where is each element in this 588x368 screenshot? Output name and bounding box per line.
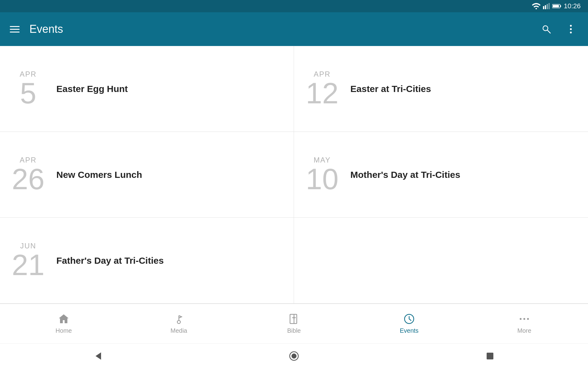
more-vertical-button[interactable] [564,22,578,36]
media-icon [173,313,185,325]
bottom-nav: Home Media Bible Events [0,304,588,343]
recents-button[interactable] [481,347,499,365]
svg-point-20 [523,318,525,320]
event-date: APR 5 [10,70,47,108]
event-item[interactable]: JUN 21 Father's Day at Tri-Cities [0,218,294,304]
svg-marker-22 [96,352,101,360]
nav-label-events: Events [400,327,418,334]
status-icons: 10:26 [532,2,581,10]
event-title: Easter at Tri-Cities [350,84,431,94]
svg-rect-2 [547,4,548,9]
svg-point-21 [527,318,529,320]
event-date: APR 12 [304,70,341,108]
event-date: APR 26 [10,156,47,194]
events-icon [403,313,415,325]
svg-rect-14 [290,314,297,324]
event-item[interactable]: MAY 10 Mother's Day at Tri-Cities [294,132,588,218]
nav-item-home[interactable]: Home [6,313,121,334]
back-button[interactable] [89,347,107,365]
event-item[interactable]: APR 5 Easter Egg Hunt [0,46,294,132]
svg-line-8 [547,30,550,33]
home-icon [58,313,70,325]
event-title: Easter Egg Hunt [56,84,128,94]
nav-item-more[interactable]: More [467,313,582,334]
app-bar: Events [0,12,588,46]
event-title: New Comers Lunch [56,170,142,180]
event-title: Mother's Day at Tri-Cities [350,170,460,180]
nav-item-media[interactable]: Media [121,313,236,334]
menu-icon[interactable] [10,26,20,33]
svg-point-19 [520,318,522,320]
svg-rect-25 [487,353,493,359]
nav-item-events[interactable]: Events [352,313,467,334]
event-title: Father's Day at Tri-Cities [56,255,164,266]
system-nav [0,343,588,368]
svg-point-24 [292,354,296,358]
status-bar: 10:26 [0,0,588,12]
home-button[interactable] [285,347,303,365]
nav-label-more: More [517,327,531,334]
signal-icon [543,3,550,9]
search-button[interactable] [539,22,554,36]
event-day: 10 [306,164,339,194]
svg-rect-5 [560,5,561,7]
event-empty-cell [294,218,588,304]
event-day: 21 [12,250,45,280]
svg-point-11 [570,32,572,33]
nav-item-bible[interactable]: Bible [236,313,352,334]
svg-point-10 [570,28,572,30]
event-item[interactable]: APR 26 New Comers Lunch [0,132,294,218]
event-day: 26 [12,164,45,194]
battery-icon [552,4,561,9]
event-date: MAY 10 [304,156,341,194]
nav-label-home: Home [55,327,72,334]
event-day: 5 [20,79,36,108]
nav-label-media: Media [171,327,187,334]
event-day: 12 [306,79,339,108]
event-date: JUN 21 [10,242,47,280]
svg-rect-0 [543,6,544,9]
events-grid: APR 5 Easter Egg Hunt APR 12 Easter at T… [0,46,588,304]
page-title: Events [29,23,529,36]
svg-point-12 [177,320,180,324]
more-icon [518,313,530,325]
event-item[interactable]: APR 12 Easter at Tri-Cities [294,46,588,132]
nav-label-bible: Bible [287,327,301,334]
svg-rect-1 [545,5,546,9]
svg-rect-3 [548,3,550,9]
status-time: 10:26 [564,2,581,10]
wifi-icon [532,3,541,9]
svg-point-9 [570,25,572,27]
svg-rect-6 [553,5,559,7]
bible-icon [288,313,300,325]
